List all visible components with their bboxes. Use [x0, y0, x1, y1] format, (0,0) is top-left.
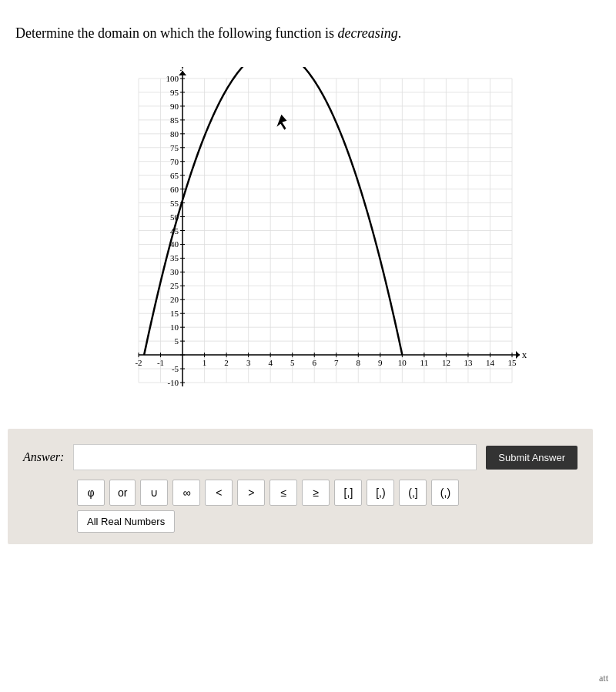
graph-wrapper — [96, 67, 527, 413]
graph-canvas — [96, 67, 527, 413]
phi-button[interactable]: φ — [77, 480, 105, 506]
answer-input[interactable] — [73, 444, 477, 470]
paren-open-close-button[interactable]: (,] — [399, 480, 427, 506]
question-before: Determine the domain on which the follow… — [15, 25, 337, 41]
answer-row: Answer: Submit Answer — [23, 444, 578, 470]
gt-button[interactable]: > — [237, 480, 265, 506]
submit-button[interactable]: Submit Answer — [486, 446, 578, 470]
main-container: Determine the domain on which the follow… — [0, 0, 616, 692]
bracket-open-close-button[interactable]: [,] — [334, 480, 362, 506]
infinity-button[interactable]: ∞ — [172, 480, 200, 506]
question-text: Determine the domain on which the follow… — [8, 15, 593, 52]
graph-area — [8, 67, 593, 413]
answer-section: Answer: Submit Answer φ or ∪ ∞ < > ≤ ≥ [… — [8, 429, 593, 544]
lt-button[interactable]: < — [205, 480, 233, 506]
paren-open-paren-button[interactable]: (,) — [431, 480, 459, 506]
answer-label: Answer: — [23, 450, 64, 464]
question-after: . — [398, 25, 402, 41]
bracket-open-paren-button[interactable]: [,) — [367, 480, 394, 506]
le-button[interactable]: ≤ — [270, 480, 297, 506]
all-real-numbers-button[interactable]: All Real Numbers — [77, 510, 175, 533]
question-emphasis: decreasing — [337, 25, 397, 41]
or-button[interactable]: or — [109, 480, 136, 506]
ge-button[interactable]: ≥ — [302, 480, 330, 506]
union-button[interactable]: ∪ — [140, 480, 168, 506]
att-text: att — [599, 673, 608, 684]
symbol-row: φ or ∪ ∞ < > ≤ ≥ [,] [,) (,] (,) — [77, 480, 578, 506]
